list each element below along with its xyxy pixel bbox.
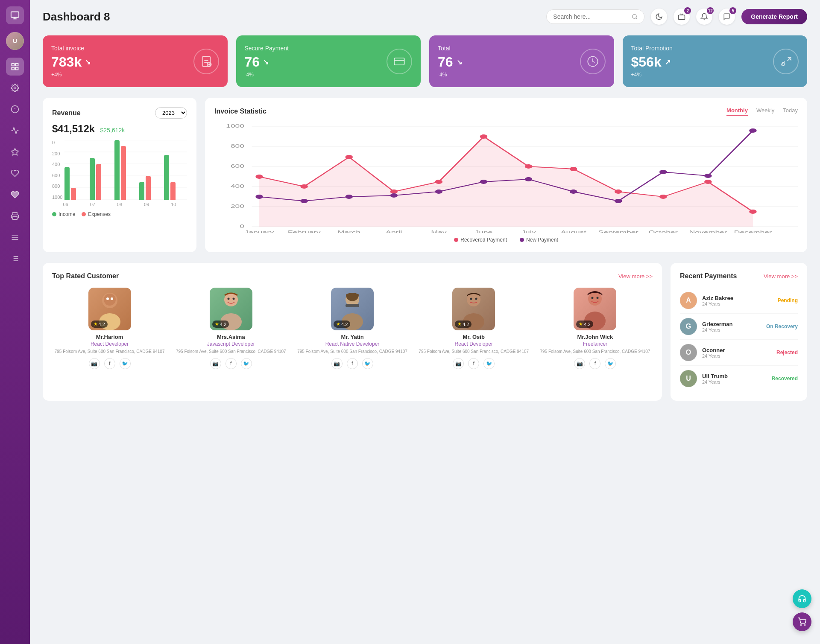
customer-role-0: React Developer	[52, 341, 167, 347]
svg-point-56	[480, 134, 488, 139]
payment-label: Secure Payment	[245, 45, 289, 52]
sidebar-item-dashboard[interactable]	[6, 58, 24, 76]
instagram-icon-1[interactable]: 📷	[210, 358, 221, 369]
payments-view-more[interactable]: View more >>	[764, 273, 798, 280]
bar-income-06	[64, 167, 70, 200]
svg-text:800: 800	[231, 143, 244, 149]
customer-socials-2: 📷 f 🐦	[295, 358, 410, 369]
twitter-icon-1[interactable]: 🐦	[241, 358, 252, 369]
facebook-icon-4[interactable]: f	[589, 358, 600, 369]
year-select[interactable]: 202320222021	[155, 107, 187, 119]
twitter-icon-3[interactable]: 🐦	[483, 358, 495, 369]
svg-point-71	[615, 199, 622, 203]
tab-today[interactable]: Today	[783, 107, 798, 116]
svg-point-88	[104, 294, 116, 306]
invoice-trend: ↘	[85, 58, 91, 66]
instagram-icon-3[interactable]: 📷	[453, 358, 464, 369]
svg-rect-22	[679, 15, 685, 20]
facebook-icon-3[interactable]: f	[468, 358, 479, 369]
svg-text:May: May	[431, 230, 447, 233]
payment-age-2: 24 Years	[702, 353, 771, 358]
total-trend: ↘	[457, 58, 462, 66]
svg-text:February: February	[288, 230, 321, 233]
twitter-icon-4[interactable]: 🐦	[605, 358, 616, 369]
svg-point-70	[570, 189, 577, 194]
svg-text:March: March	[337, 230, 360, 233]
chat-badge: 5	[729, 7, 736, 14]
sidebar-item-heart1[interactable]	[6, 164, 24, 182]
bar-xaxis: 0607080910	[52, 202, 187, 207]
instagram-icon-2[interactable]: 📷	[331, 358, 343, 369]
sidebar-item-chart[interactable]	[6, 122, 24, 140]
svg-point-105	[588, 292, 602, 306]
svg-point-51	[255, 175, 263, 179]
customer-rating-4: ★4.2	[576, 321, 593, 328]
invoice-tabs: Monthly Weekly Today	[726, 107, 798, 116]
customer-item-1: ★4.2 Mrs.Asima Javascript Developer 795 …	[173, 288, 288, 369]
svg-text:January: January	[245, 230, 274, 233]
sidebar-item-list[interactable]	[6, 250, 24, 268]
user-avatar[interactable]: U	[6, 32, 24, 50]
payments-card: Recent Payments View more >> A Aziz Bakr…	[671, 263, 807, 401]
svg-point-107	[592, 297, 594, 299]
charts-row: Revenue 202320222021 $41,512k $25,612k 1…	[43, 98, 807, 252]
stat-card-total: Total 76 ↘ -4%	[429, 35, 614, 87]
moon-icon	[655, 13, 663, 20]
sidebar-item-info[interactable]	[6, 100, 24, 118]
bar-chart-wrap: 10008006004002000	[52, 140, 187, 217]
facebook-icon-2[interactable]: f	[347, 358, 358, 369]
customers-grid: ★4.2 Mr.Hariom React Developer 795 Folso…	[52, 288, 653, 369]
payment-avatar-1: G	[680, 318, 697, 335]
twitter-icon-0[interactable]: 🐦	[120, 358, 131, 369]
dark-mode-toggle[interactable]	[651, 9, 667, 25]
wallet-btn[interactable]: 2	[674, 9, 690, 25]
legend-new-payment: New Payment	[520, 237, 558, 243]
tab-monthly[interactable]: Monthly	[726, 107, 748, 116]
sidebar-item-heart2[interactable]	[6, 186, 24, 204]
customer-avatar-2: ★4.2	[331, 288, 374, 330]
legend-income: Income	[52, 211, 75, 217]
facebook-icon-1[interactable]: f	[226, 358, 237, 369]
bar-income-09	[139, 182, 144, 200]
sidebar-item-print[interactable]	[6, 207, 24, 225]
line-chart: 1000 800 600 400 200 0	[214, 122, 798, 243]
chat-btn[interactable]: 5	[719, 9, 735, 25]
svg-point-108	[597, 297, 599, 299]
sidebar-item-menu[interactable]	[6, 228, 24, 246]
bar-expense-10	[170, 182, 176, 200]
payment-avatar-2: O	[680, 344, 697, 361]
twitter-icon-2[interactable]: 🐦	[362, 358, 373, 369]
svg-point-94	[227, 298, 229, 300]
tab-weekly[interactable]: Weekly	[756, 107, 774, 116]
float-support-button[interactable]	[793, 589, 811, 608]
customer-socials-4: 📷 f 🐦	[538, 358, 653, 369]
float-cart-button[interactable]	[793, 612, 811, 631]
sidebar-logo[interactable]	[6, 6, 24, 24]
svg-point-110	[805, 625, 805, 626]
facebook-icon-0[interactable]: f	[104, 358, 115, 369]
svg-rect-29	[394, 58, 404, 64]
customer-role-1: Javascript Developer	[173, 341, 288, 347]
sidebar-item-star[interactable]	[6, 143, 24, 161]
wallet-badge: 2	[684, 7, 691, 14]
search-input[interactable]	[553, 13, 628, 20]
customer-name-4: Mr.John Wick	[538, 334, 653, 340]
customer-item-2: ★4.2 Mr. Yatin React Native Developer 79…	[295, 288, 410, 369]
bar-expense-08	[121, 146, 126, 200]
stat-card-invoice: Total invoice 783k ↘ +4%	[43, 35, 228, 87]
instagram-icon-0[interactable]: 📷	[89, 358, 100, 369]
customer-role-4: Freelancer	[538, 341, 653, 347]
revenue-main-value: $41,512k	[52, 123, 95, 134]
customers-view-more[interactable]: View more >>	[618, 273, 653, 280]
instagram-icon-4[interactable]: 📷	[574, 358, 585, 369]
svg-text:September: September	[598, 230, 638, 233]
sidebar-item-settings[interactable]	[6, 79, 24, 97]
customer-address-2: 795 Folsom Ave, Suite 600 San Francisco,…	[295, 349, 410, 355]
payment-value: 76	[245, 54, 260, 70]
svg-point-90	[106, 297, 109, 300]
promotion-trend: ↗	[665, 58, 671, 66]
svg-point-68	[480, 180, 488, 184]
bell-btn[interactable]: 12	[696, 9, 712, 25]
generate-report-button[interactable]: Generate Report	[741, 9, 807, 24]
search-box[interactable]	[546, 9, 644, 24]
